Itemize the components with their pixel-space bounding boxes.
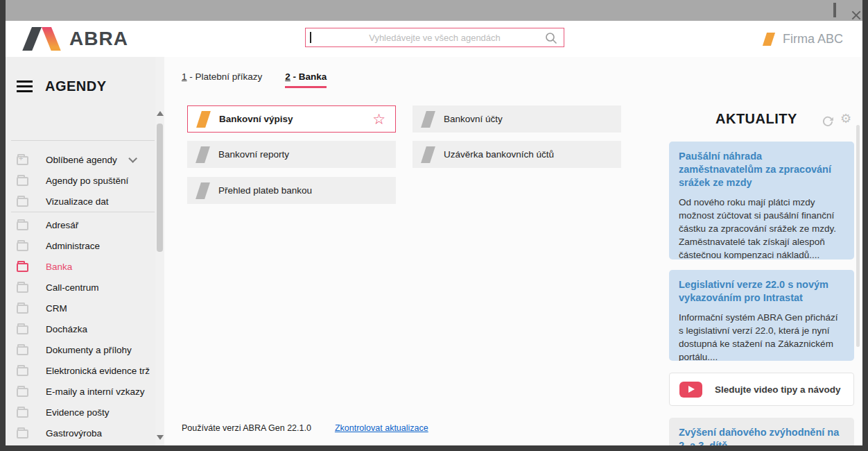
folder-icon (17, 346, 28, 355)
sidebar-item-crm[interactable]: CRM (6, 298, 155, 318)
news-card[interactable]: Zvýšení daňového zvýhodnění na 2. a 3. d… (669, 418, 854, 445)
agenda-slash-icon (196, 111, 211, 128)
folder-icon (17, 388, 28, 397)
video-card-label: Sledujte video tipy a návody (715, 384, 841, 395)
company-name: Firma ABC (783, 32, 843, 46)
scroll-down-icon[interactable] (157, 435, 164, 440)
refresh-icon[interactable] (822, 115, 834, 128)
agenda-slash-icon (196, 182, 210, 199)
folder-icon (17, 305, 28, 314)
sidebar-header: AGENDY (6, 74, 164, 99)
sidebar-item-dokumenty-a-prilohy[interactable]: Dokumenty a přílohy (6, 339, 155, 360)
news-card-body: Informační systém ABRA Gen přichází s le… (679, 311, 844, 361)
agenda-slash-icon (421, 111, 435, 128)
sidebar-item-dochazka[interactable]: Docházka (6, 318, 155, 339)
sidebar-divider (11, 140, 155, 141)
check-updates-link[interactable]: Zkontrolovat aktualizace (335, 423, 428, 433)
abra-logo-text: ABRA (69, 28, 128, 50)
folder-plus-icon (17, 156, 28, 165)
abra-logo: ABRA (22, 26, 128, 51)
sidebar-item-evidence-posty[interactable]: Evidence pošty (6, 402, 155, 423)
version-text: Používáte verzi ABRA Gen 22.1.0 (182, 423, 311, 433)
tile-uzaverka-bankovnich-uctu[interactable]: Uzávěrka bankovních účtů (413, 141, 621, 168)
scrollbar-thumb[interactable] (157, 124, 163, 252)
news-card[interactable]: Legislativní verze 22.0 s novým vykazová… (669, 270, 854, 361)
news-panel: AKTUALITY ⚙ Paušální náhrada zaměstnavat… (659, 57, 862, 445)
search-input[interactable] (306, 28, 564, 46)
tile-bankovni-vypisy[interactable]: Bankovní výpisy ☆ (187, 105, 396, 133)
sidebar-item-banka[interactable]: Banka (6, 256, 155, 277)
folder-icon (17, 325, 28, 334)
agenda-slash-icon (421, 146, 435, 163)
news-panel-title: AKTUALITY (715, 111, 797, 127)
sidebar-title: AGENDY (45, 78, 107, 94)
favorite-star-icon[interactable]: ☆ (372, 112, 385, 126)
text-caret (310, 32, 311, 43)
sidebar-scrollbar[interactable] (155, 57, 164, 445)
tile-bankovni-reporty[interactable]: Bankovní reporty (187, 141, 396, 168)
sidebar-item-adresar[interactable]: Adresář (6, 214, 155, 235)
scroll-up-icon[interactable] (157, 111, 164, 116)
main-content: 1 - Platební příkazy 2 - Banka Bankovní … (164, 57, 659, 445)
app-body: ABRA Firma ABC AGENDY (6, 21, 862, 445)
news-card-body: Od nového roku mají plátci mzdy možnost … (679, 196, 844, 259)
tab-platebni-prikazy[interactable]: 1 - Platební příkazy (182, 71, 262, 88)
global-search (305, 28, 564, 47)
youtube-play-icon (679, 382, 702, 398)
news-card-title: Zvýšení daňového zvýhodnění na 2. a 3. d… (679, 426, 844, 445)
tab-bar: 1 - Platební příkazy 2 - Banka (182, 71, 327, 88)
sidebar-pinned-list: Oblíbené agendy Agendy po spuštění Vizua… (6, 149, 155, 212)
sidebar-item-administrace[interactable]: Administrace (6, 235, 155, 256)
folder-icon (17, 284, 28, 293)
folder-icon (17, 367, 28, 376)
maximize-icon (833, 3, 836, 17)
folder-icon (17, 263, 28, 272)
gear-icon[interactable]: ⚙ (840, 112, 851, 125)
company-icon (763, 33, 775, 46)
news-card-title: Legislativní verze 22.0 s novým vykazová… (679, 278, 844, 305)
folder-icon (17, 242, 28, 251)
search-icon[interactable] (544, 31, 558, 45)
sidebar-item-agendy-po-spusteni[interactable]: Agendy po spuštění (6, 170, 155, 191)
app-window: ABRA Firma ABC AGENDY (0, 0, 868, 451)
agenda-slash-icon (196, 146, 210, 163)
window-titlebar (6, 0, 862, 21)
news-card-title: Paušální náhrada zaměstnavatelům za zpra… (679, 150, 844, 189)
tile-prehled-plateb-bankou[interactable]: Přehled plateb bankou (187, 177, 396, 204)
folder-icon (17, 177, 28, 186)
sidebar-divider (11, 212, 155, 212)
sidebar-agendy: AGENDY Oblíbené agendy Agendy po spuštěn… (6, 57, 164, 445)
tab-banka[interactable]: 2 - Banka (285, 71, 327, 88)
app-header: ABRA Firma ABC (6, 21, 862, 57)
abra-logo-icon (22, 27, 61, 51)
sidebar-agenda-list: Adresář Administrace Banka Call-centrum … (6, 214, 155, 445)
video-tips-card[interactable]: Sledujte video tipy a návody (669, 373, 854, 406)
sidebar-item-internet-veci[interactable]: Internet věcí (6, 443, 155, 445)
sidebar-item-oblibene-agendy[interactable]: Oblíbené agendy (6, 149, 155, 170)
version-statusbar: Používáte verzi ABRA Gen 22.1.0 Zkontrol… (182, 423, 428, 433)
folder-icon (17, 221, 28, 230)
folder-icon (17, 429, 28, 439)
company-selector[interactable]: Firma ABC (765, 28, 843, 50)
sidebar-item-elektronicka-evidence-trzeb[interactable]: Elektronická evidence trž (6, 360, 155, 381)
sidebar-item-emaily-a-interni-vzkazy[interactable]: E-maily a interní vzkazy (6, 381, 155, 402)
maximize-button[interactable] (833, 4, 836, 17)
chevron-down-icon[interactable] (128, 154, 137, 163)
menu-hamburger-icon[interactable] (17, 80, 33, 92)
scrollbar-thumb[interactable] (856, 125, 860, 347)
tile-bankovni-ucty[interactable]: Bankovní účty (413, 105, 621, 133)
sidebar-item-vizualizace-dat[interactable]: Vizualizace dat (6, 191, 155, 212)
sidebar-item-gastrovyroba[interactable]: Gastrovýroba (6, 423, 155, 443)
sidebar-item-call-centrum[interactable]: Call-centrum (6, 277, 155, 298)
folder-icon (17, 198, 28, 207)
news-card[interactable]: Paušální náhrada zaměstnavatelům za zpra… (669, 142, 854, 259)
folder-icon (17, 409, 28, 418)
